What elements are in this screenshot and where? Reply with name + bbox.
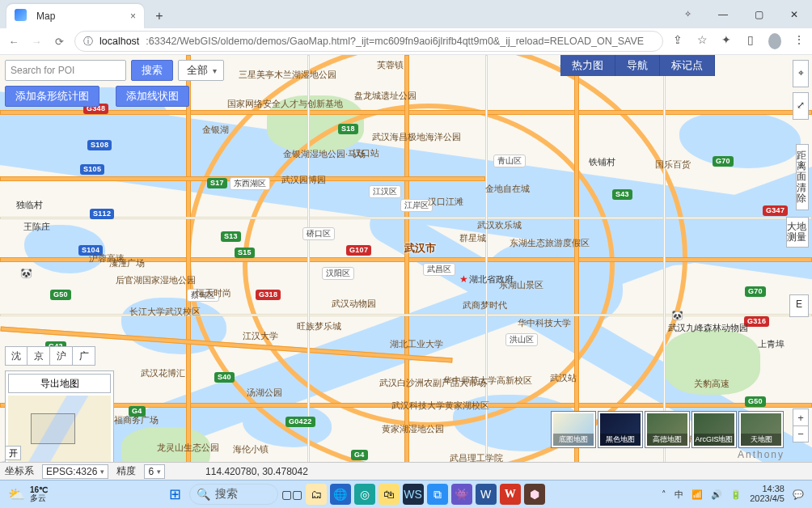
extensions-icon[interactable]: ✦	[720, 33, 733, 49]
poi-label: 江汉大学	[243, 330, 278, 342]
taskbar-app-wps[interactable]: W	[500, 484, 521, 505]
basemap-option[interactable]: 底图地图	[552, 412, 595, 447]
taskbar-app-vscode[interactable]: ⧉	[427, 484, 448, 505]
city-guangzhou[interactable]: 广	[73, 346, 95, 366]
basemap-option[interactable]: 黑色地图	[598, 412, 642, 447]
tray-clock[interactable]: 14:38 2023/4/5	[750, 485, 785, 503]
taskbar-app-webstorm[interactable]: WS	[403, 484, 424, 505]
windows-taskbar: ⛅ 16℃ 多云 ⊞ 🔍 搜索 ▢▢ 🗂 🌐 ◎ 🛍 WS ⧉ 👾 W W ⬢	[0, 480, 812, 508]
poi-label: 关豹高速	[694, 378, 730, 390]
tray-battery-icon[interactable]: 🔋	[730, 489, 742, 500]
add-line-chart-button[interactable]: 添加线状图	[116, 86, 189, 107]
distance-clear-button[interactable]: 距离面清除	[796, 144, 809, 210]
poi-label: 武汉九峰森林动物园	[668, 322, 748, 334]
window-close-icon[interactable]: ✕	[776, 0, 812, 28]
coordinate-readout: 114.420780, 30.478042	[205, 466, 308, 477]
system-tray: ˄ 中 📶 🔊 🔋 14:38 2023/4/5 💬	[662, 485, 804, 503]
new-tab-button[interactable]: +	[149, 6, 170, 27]
taskbar-app-discord[interactable]: 👾	[451, 484, 472, 505]
search-input[interactable]: Search for POI	[5, 60, 126, 81]
taskbar-app-word[interactable]: W	[476, 484, 497, 505]
window-minimize-icon[interactable]: —	[705, 0, 741, 28]
menu-icon[interactable]: ⋮	[793, 33, 806, 49]
district-label: 汉阳区	[322, 267, 354, 280]
taskbar-search-placeholder: 搜索	[215, 487, 238, 502]
shield-s15: S15	[235, 248, 255, 258]
city-beijing[interactable]: 京	[27, 346, 50, 366]
export-panel: 导出地图	[5, 370, 114, 472]
search-button[interactable]: 搜索	[131, 60, 173, 81]
overview-map[interactable]	[8, 396, 111, 468]
close-tab-icon[interactable]: ×	[130, 11, 136, 22]
browser-tab-active[interactable]: Map ×	[6, 4, 144, 28]
road	[186, 55, 191, 476]
poi-label: 沪蓉高速	[89, 252, 125, 265]
nav-back-icon[interactable]: ←	[6, 36, 21, 48]
nav-forward-icon[interactable]: →	[29, 36, 44, 48]
poi-label: 武汉动物园	[332, 298, 376, 310]
zoom-in-button[interactable]: +	[793, 409, 808, 425]
basemap-option[interactable]: 天地图	[739, 412, 783, 447]
address-bar[interactable]: ⓘ localhost :63342/WebGIS/oldemo/demos/G…	[74, 31, 663, 52]
district-label: 武昌区	[423, 263, 455, 276]
window-maximize-icon[interactable]: ▢	[741, 0, 776, 28]
city-shenyang[interactable]: 沈	[5, 346, 27, 366]
precision-input[interactable]: 6	[144, 464, 165, 479]
zoo-icon: 🐼	[671, 310, 683, 321]
basemap-option[interactable]: 高德地图	[645, 412, 689, 447]
tray-wifi-icon[interactable]: 📶	[691, 489, 703, 500]
start-button[interactable]: ⊞	[165, 484, 186, 505]
compass-east-button[interactable]: E	[789, 294, 809, 317]
tray-ime[interactable]: 中	[675, 489, 683, 501]
overview-toggle[interactable]: 开	[5, 446, 21, 460]
city-shanghai[interactable]: 沪	[50, 346, 73, 366]
profile-avatar[interactable]	[768, 33, 781, 49]
url-path: :63342/WebGIS/oldemo/demos/GaoMap.html?_…	[146, 36, 644, 47]
poi-label: 武汉科技大学黄家湖校区	[391, 400, 489, 412]
tray-chevron-icon[interactable]: ˄	[662, 489, 666, 500]
tray-date: 2023/4/5	[750, 494, 785, 504]
taskbar-app-store[interactable]: 🛍	[379, 484, 400, 505]
attribution: Anthony	[738, 449, 785, 460]
tray-notifications-icon[interactable]: 💬	[793, 489, 804, 500]
compass-north-button[interactable]: ⌖	[793, 60, 809, 87]
weather-widget[interactable]: ⛅ 16℃ 多云	[8, 486, 48, 503]
poi-label: 芙蓉镇	[377, 59, 404, 71]
city-label: 武汉市	[404, 241, 436, 256]
category-dropdown[interactable]: 全部	[178, 60, 224, 81]
taskbar-app-chrome[interactable]: ◎	[354, 484, 375, 505]
basemap-option[interactable]: ArcGIS地图	[692, 412, 736, 447]
tray-volume-icon[interactable]: 🔊	[711, 489, 722, 500]
shield-g50: G50	[50, 290, 71, 300]
bookmark-icon[interactable]: ☆	[696, 33, 708, 49]
taskbar-app-explorer[interactable]: 🗂	[306, 484, 327, 505]
fullscreen-button[interactable]: ⤢	[793, 92, 809, 120]
map-viewport[interactable]: G348 G318 G107 G347 G316 S108 S105 S104 …	[0, 55, 812, 480]
task-view-icon[interactable]: ▢▢	[281, 484, 302, 505]
taskbar-app-edge[interactable]: 🌐	[330, 484, 351, 505]
export-map-button[interactable]: 导出地图	[8, 374, 111, 393]
panel-icon[interactable]: ▯	[744, 33, 757, 49]
taskbar-search[interactable]: 🔍 搜索	[189, 484, 278, 505]
shield-g318: G318	[256, 290, 281, 300]
search-icon: 🔍	[197, 488, 210, 501]
crs-select[interactable]: EPSG:4326	[42, 464, 108, 479]
district-label: 江汉区	[369, 185, 401, 198]
share-icon[interactable]: ⇪	[671, 33, 684, 49]
poi-label: 武商梦时代	[463, 299, 507, 311]
geodesic-button[interactable]: 大地测量	[786, 217, 809, 248]
zoom-out-button[interactable]: −	[793, 425, 808, 442]
overview-viewport[interactable]	[31, 413, 75, 444]
site-info-icon[interactable]: ⓘ	[83, 35, 93, 49]
window-unknown-icon[interactable]: ✧	[670, 0, 705, 28]
place-label: 铁铺村	[589, 156, 615, 168]
nav-nav[interactable]: 导航	[615, 55, 660, 76]
url-host: localhost	[99, 36, 139, 47]
nav-reload-icon[interactable]: ⟳	[52, 36, 66, 48]
nav-marker[interactable]: 标记点	[660, 55, 715, 76]
street	[0, 314, 812, 316]
shield-s43: S43	[612, 189, 632, 200]
taskbar-app-misc[interactable]: ⬢	[524, 484, 545, 505]
nav-heatmap[interactable]: 热力图	[560, 55, 615, 76]
add-bar-chart-button[interactable]: 添加条形统计图	[5, 86, 99, 107]
